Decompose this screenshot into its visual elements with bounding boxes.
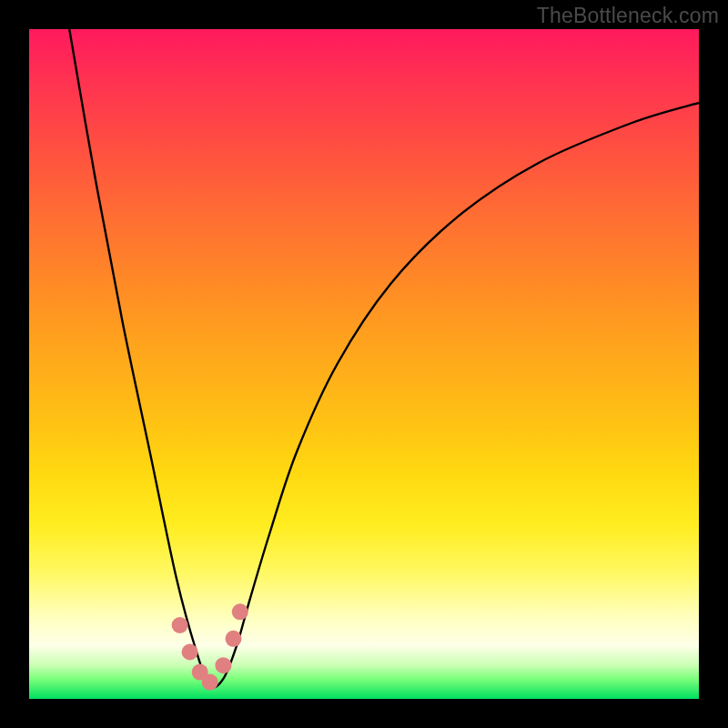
- curve-layer: [29, 29, 699, 699]
- marker-point: [232, 603, 248, 620]
- marker-point: [202, 674, 218, 691]
- attribution-text: TheBottleneck.com: [537, 4, 719, 28]
- marker-point: [172, 617, 188, 633]
- marker-point: [215, 657, 231, 673]
- marker-point: [182, 644, 198, 661]
- bottleneck-curve: [69, 29, 699, 687]
- marker-point: [226, 631, 242, 647]
- chart-frame: TheBottleneck.com: [0, 0, 728, 728]
- plot-area: [29, 29, 699, 699]
